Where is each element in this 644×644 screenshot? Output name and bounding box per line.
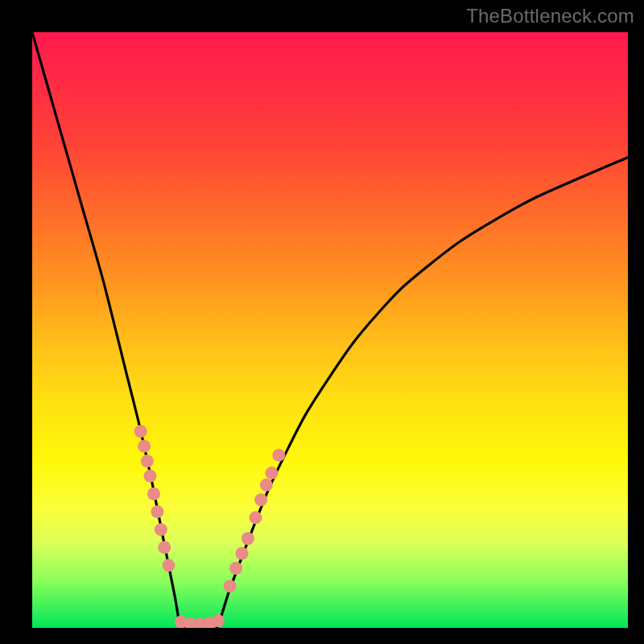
data-point [151,506,163,518]
data-point [254,493,267,506]
data-point [138,440,151,452]
data-point [141,455,154,468]
bottleneck-curve [32,32,628,628]
data-point [212,614,225,627]
data-point [260,478,273,491]
data-point [235,547,248,560]
dots-group [134,425,286,628]
data-point [229,562,242,575]
data-point [144,469,157,482]
data-point [162,559,175,572]
data-point [250,511,262,524]
chart-stage: TheBottleneck.com [0,0,644,644]
data-point [265,467,278,480]
data-point [155,523,167,536]
plot-area [32,32,628,628]
data-point [147,488,160,501]
chart-svg [32,32,628,628]
data-point [134,425,147,438]
curve-group [32,32,628,628]
data-point [224,580,237,592]
data-point [242,532,254,545]
data-point [158,541,171,554]
watermark-text: TheBottleneck.com [466,5,634,27]
data-point [272,448,285,461]
